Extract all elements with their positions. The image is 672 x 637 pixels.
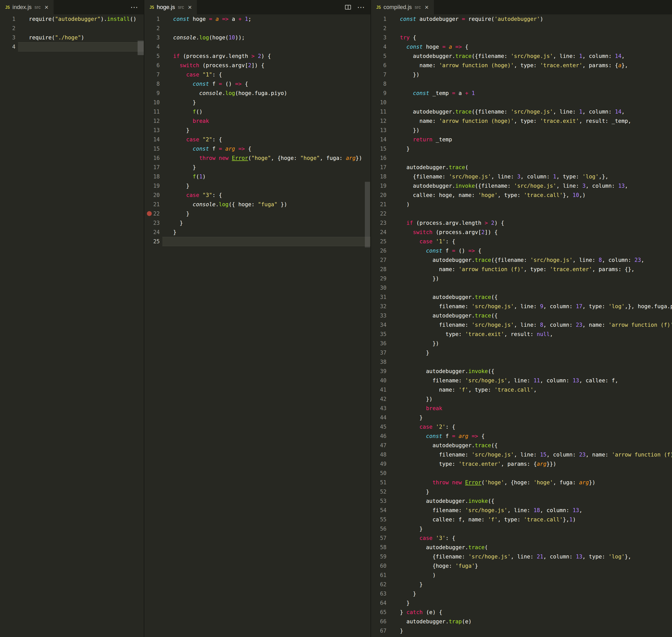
close-tab-icon[interactable]: ×	[425, 4, 428, 11]
code-line[interactable]: 19 }	[144, 181, 371, 190]
line-number[interactable]: 15	[371, 144, 389, 153]
code-line[interactable]: 1const autodebugger = require('autodebug…	[371, 14, 672, 24]
line-number[interactable]: 7	[371, 70, 389, 79]
code-line[interactable]: 24}	[144, 228, 371, 237]
code-line[interactable]: 15 }	[371, 144, 672, 153]
split-editor-icon[interactable]	[345, 5, 351, 10]
line-number[interactable]: 12	[144, 116, 162, 126]
line-number[interactable]: 62	[371, 580, 389, 589]
line-number[interactable]: 11	[144, 107, 162, 116]
code-line[interactable]: 62 }	[371, 580, 672, 589]
code-line[interactable]: 8 const f = () => {	[144, 79, 371, 89]
line-number[interactable]: 29	[371, 274, 389, 283]
code-line[interactable]: 30	[371, 283, 672, 292]
code-line[interactable]: 54 filename: 'src/hoge.js', line: 18, co…	[371, 506, 672, 515]
code-line[interactable]: 34 filename: 'src/hoge.js', line: 8, col…	[371, 320, 672, 330]
code-line[interactable]: 11 autodebugger.trace({filename: 'src/ho…	[371, 107, 672, 116]
code-line[interactable]: 31 autodebugger.trace({	[371, 292, 672, 302]
line-number[interactable]: 9	[144, 89, 162, 98]
code-line[interactable]: 59 {filename: 'src/hoge.js', line: 21, c…	[371, 552, 672, 561]
line-number[interactable]: 34	[371, 320, 389, 330]
line-number[interactable]: 43	[371, 404, 389, 413]
code-line[interactable]: 37 }	[371, 348, 672, 358]
code-line[interactable]: 64 }	[371, 598, 672, 608]
line-number[interactable]: 10	[371, 98, 389, 107]
code-line[interactable]: 57 case '3': {	[371, 533, 672, 543]
line-number[interactable]: 13	[371, 126, 389, 135]
line-number[interactable]: 39	[371, 367, 389, 376]
line-number[interactable]: 23	[371, 218, 389, 228]
code-line[interactable]: 3try {	[371, 33, 672, 42]
code-line[interactable]: 15 const f = arg => {	[144, 144, 371, 153]
line-number[interactable]: 41	[371, 385, 389, 395]
line-number[interactable]: 30	[371, 283, 389, 292]
code-line[interactable]: 4	[0, 42, 144, 52]
code-line[interactable]: 7 case "1": {	[144, 70, 371, 79]
tab-compiled-js[interactable]: JS compiled.js src ×	[371, 0, 434, 14]
line-number[interactable]: 27	[371, 255, 389, 265]
line-number[interactable]: 12	[371, 116, 389, 126]
code-line[interactable]: 56 }	[371, 524, 672, 533]
line-number[interactable]: 25	[371, 237, 389, 246]
code-line[interactable]: 1const hoge = a => a + 1;	[144, 14, 371, 24]
code-line[interactable]: 38	[371, 358, 672, 367]
code-line[interactable]: 18 f(1)	[144, 172, 371, 181]
line-number[interactable]: 35	[371, 330, 389, 339]
code-line[interactable]: 43 break	[371, 404, 672, 413]
line-number[interactable]: 48	[371, 450, 389, 459]
code-line[interactable]: 2	[144, 24, 371, 33]
line-number[interactable]: 20	[371, 190, 389, 200]
code-line[interactable]: 10 }	[144, 98, 371, 107]
line-number[interactable]: 16	[371, 153, 389, 163]
code-line[interactable]: 16	[371, 153, 672, 163]
line-number[interactable]: 65	[371, 608, 389, 617]
line-number[interactable]: 51	[371, 478, 389, 487]
code-line[interactable]: 14 return _temp	[371, 135, 672, 144]
line-number[interactable]: 64	[371, 598, 389, 608]
code-line[interactable]: 36 })	[371, 339, 672, 348]
line-number[interactable]: 2	[0, 24, 18, 33]
code-line[interactable]: 66 autodebugger.trap(e)	[371, 617, 672, 626]
line-number[interactable]: 4	[144, 42, 162, 52]
code-line[interactable]: 65} catch (e) {	[371, 608, 672, 617]
code-line[interactable]: 12 name: 'arrow function (hoge)', type: …	[371, 116, 672, 126]
line-number[interactable]: 19	[144, 181, 162, 190]
code-line[interactable]: 33 autodebugger.trace({	[371, 311, 672, 320]
code-line[interactable]: 2	[0, 24, 144, 33]
line-number[interactable]: 21	[371, 200, 389, 209]
code-line[interactable]: 63 }	[371, 589, 672, 598]
line-number[interactable]: 24	[371, 228, 389, 237]
code-line[interactable]: 4	[144, 42, 371, 52]
line-number[interactable]: 24	[144, 228, 162, 237]
code-line[interactable]: 4 const hoge = a => {	[371, 42, 672, 52]
line-number[interactable]: 52	[371, 487, 389, 496]
line-number[interactable]: 49	[371, 459, 389, 469]
code-line[interactable]: 23 if (process.argv.length > 2) {	[371, 218, 672, 228]
line-number[interactable]: 18	[371, 172, 389, 181]
line-number[interactable]: 56	[371, 524, 389, 533]
line-number[interactable]: 46	[371, 432, 389, 441]
code-line[interactable]: 20 callee: hoge, name: 'hoge', type: 'tr…	[371, 190, 672, 200]
line-number[interactable]: 1	[371, 14, 389, 24]
line-number[interactable]: 3	[0, 33, 18, 42]
code-line[interactable]: 35 type: 'trace.exit', result: null,	[371, 330, 672, 339]
line-number[interactable]: 53	[371, 496, 389, 506]
code-line[interactable]: 16 throw new Error("hoge", {hoge: "hoge"…	[144, 153, 371, 163]
line-number[interactable]: 28	[371, 265, 389, 274]
line-number[interactable]: 17	[144, 163, 162, 172]
code-line[interactable]: 61 )	[371, 570, 672, 580]
line-number[interactable]: 25	[144, 237, 162, 246]
code-line[interactable]: 3console.log(hoge(10));	[144, 33, 371, 42]
line-number[interactable]: 8	[144, 79, 162, 89]
line-number[interactable]: 2	[144, 24, 162, 33]
line-number[interactable]: 14	[371, 135, 389, 144]
line-number[interactable]: 7	[144, 70, 162, 79]
breakpoint-icon[interactable]	[147, 211, 152, 216]
code-line[interactable]: 53 autodebugger.invoke({	[371, 496, 672, 506]
line-number[interactable]: 61	[371, 570, 389, 580]
line-number[interactable]: 45	[371, 422, 389, 432]
code-line[interactable]: 1require("autodebugger").install()	[0, 14, 144, 24]
code-line[interactable]: 47 autodebugger.trace({	[371, 441, 672, 450]
line-number[interactable]: 8	[371, 79, 389, 89]
line-number[interactable]: 47	[371, 441, 389, 450]
